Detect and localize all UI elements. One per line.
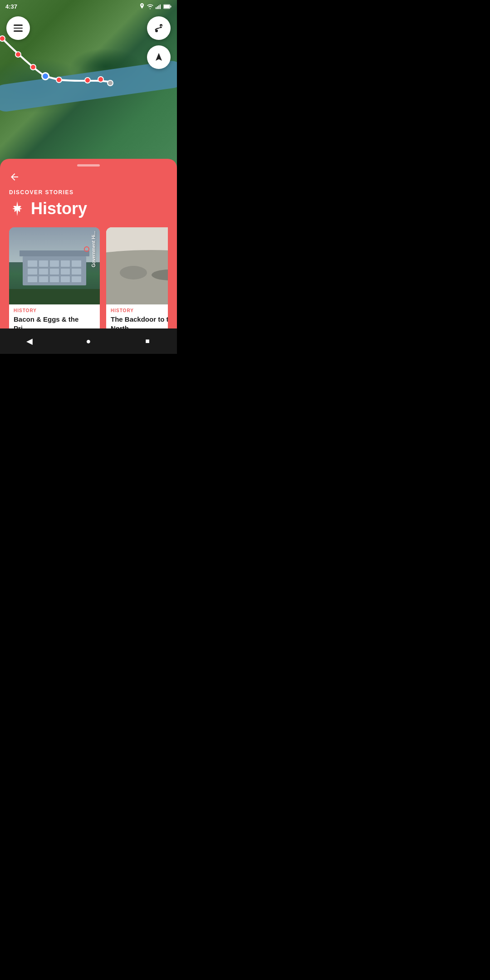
back-arrow-icon [9, 172, 20, 182]
pin-label-1: Government Hi... [91, 231, 96, 267]
status-bar: 4:37 [0, 0, 177, 13]
status-time: 4:37 [5, 3, 17, 10]
map-marker-2[interactable] [15, 51, 21, 58]
navigation-icon [154, 52, 164, 62]
bottom-panel: DISCOVER STORIES History [0, 159, 177, 354]
nav-bar: ◀ ● ■ [0, 328, 177, 354]
card-category-1: HISTORY [14, 308, 95, 313]
svg-rect-1 [157, 6, 158, 9]
route-button[interactable] [147, 16, 171, 40]
menu-button[interactable] [6, 16, 30, 40]
recents-nav-button[interactable]: ■ [138, 332, 157, 350]
svg-rect-0 [156, 7, 157, 9]
recents-nav-icon: ■ [145, 337, 150, 345]
svg-rect-5 [171, 5, 172, 7]
cards-container[interactable]: Government Hi... HISTORY Bacon & Eggs & … [9, 227, 168, 342]
back-nav-icon: ◀ [26, 336, 33, 346]
svg-point-11 [120, 266, 147, 279]
category-header: History [9, 199, 168, 218]
battery-icon [163, 4, 172, 9]
map-marker-current[interactable] [41, 72, 49, 80]
discover-label: DISCOVER STORIES [9, 189, 168, 196]
back-nav-button[interactable]: ◀ [20, 332, 39, 350]
map-marker-5[interactable] [84, 77, 91, 83]
status-icons [139, 3, 172, 10]
drag-handle[interactable] [77, 164, 100, 167]
signal-icon [156, 4, 161, 9]
route-icon [153, 23, 164, 34]
hamburger-icon [14, 24, 23, 32]
home-nav-button[interactable]: ● [79, 332, 98, 350]
card-image-1: Government Hi... [9, 227, 100, 304]
card-pin-1: Government Hi... [84, 231, 96, 267]
location-icon [139, 3, 145, 10]
map-marker-4[interactable] [56, 77, 62, 83]
svg-rect-2 [158, 5, 159, 9]
svg-rect-3 [160, 5, 161, 9]
historical-image-svg [106, 227, 168, 304]
pin-dot-1 [84, 246, 89, 252]
card-image-2: Groat Road [106, 227, 168, 304]
svg-rect-10 [106, 277, 168, 304]
panel-content: DISCOVER STORIES History [0, 180, 177, 342]
home-nav-icon: ● [86, 337, 91, 346]
story-card-2[interactable]: Groat Road HISTORY The Backdoor to the N… [106, 227, 168, 337]
landscape-image [106, 227, 168, 304]
maple-leaf-icon [9, 201, 25, 217]
svg-rect-6 [164, 5, 170, 8]
card-category-2: HISTORY [111, 308, 168, 313]
wifi-icon [147, 4, 153, 9]
category-title: History [31, 199, 87, 218]
location-button[interactable] [147, 45, 171, 69]
story-card-1[interactable]: Government Hi... HISTORY Bacon & Eggs & … [9, 227, 100, 337]
back-button[interactable] [9, 172, 20, 182]
map-marker-3[interactable] [30, 64, 36, 70]
map-marker-6[interactable] [98, 76, 104, 83]
map-marker-7[interactable] [107, 80, 113, 86]
